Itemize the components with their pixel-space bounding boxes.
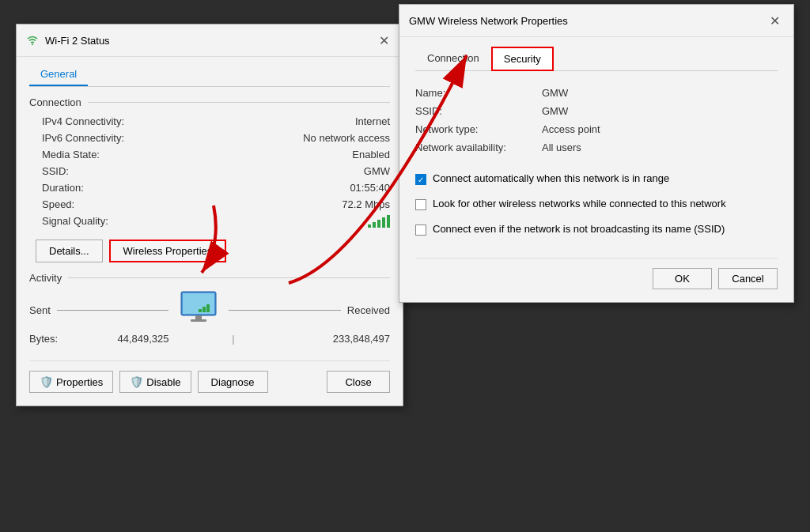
tab-security[interactable]: Security (491, 47, 554, 71)
props-title-bar: GMW Wireless Network Properties ✕ (399, 5, 793, 37)
wifi-status-icon (26, 34, 39, 47)
duration-label: Duration: (42, 182, 84, 194)
title-bar-left: Wi-Fi 2 Status (26, 34, 110, 47)
wireless-properties-button[interactable]: Wireless Properties (109, 240, 227, 262)
bytes-label: Bytes: (29, 333, 77, 345)
diagnose-button[interactable]: Diagnose (198, 371, 268, 393)
signal-bars (368, 215, 390, 228)
media-state-label: Media State: (42, 149, 100, 160)
svg-point-0 (32, 43, 33, 45)
disable-button[interactable]: 🛡️ Disable (119, 371, 191, 393)
svg-rect-4 (191, 319, 206, 322)
properties-button[interactable]: 🛡️ Properties (29, 371, 113, 393)
ssid-value: GMW (364, 165, 390, 177)
bytes-row: Bytes: 44,849,325 | 233,848,497 (29, 330, 390, 348)
connect-hidden-checkbox[interactable] (415, 224, 426, 236)
tab-connection[interactable]: Connection (415, 47, 491, 70)
props-close-button[interactable]: ✕ (765, 11, 784, 30)
ssid-label: SSID: (42, 165, 69, 177)
auto-connect-row: Connect automatically when this network … (415, 169, 778, 188)
ipv6-value: No network access (303, 132, 390, 144)
sent-label: Sent (29, 304, 51, 316)
ok-button[interactable]: OK (653, 268, 712, 289)
connect-hidden-row: Connect even if the network is not broad… (415, 220, 778, 239)
details-button[interactable]: Details... (36, 240, 103, 262)
disable-shield-icon: 🛡️ (130, 375, 143, 388)
connection-section-header: Connection (29, 96, 390, 108)
name-label: Name: (415, 87, 542, 99)
ipv4-value: Internet (355, 115, 390, 127)
auto-connect-checkbox[interactable] (415, 174, 426, 185)
svg-rect-5 (199, 309, 202, 312)
wifi-window-title: Wi-Fi 2 Status (45, 35, 110, 47)
network-type-value: Access point (542, 123, 600, 135)
computer-icon (175, 290, 222, 330)
ssid-props-row: SSID: GMW (415, 102, 778, 120)
signal-quality-label: Signal Quality: (42, 215, 108, 228)
network-availability-value: All users (542, 141, 581, 153)
ipv4-label: IPv4 Connectivity: (42, 115, 124, 127)
ipv4-row: IPv4 Connectivity: Internet (29, 113, 390, 130)
ipv6-row: IPv6 Connectivity: No network access (29, 130, 390, 146)
sent-bytes: 44,849,325 (77, 333, 210, 345)
ssid-row: SSID: GMW (29, 163, 390, 179)
ssid-props-label: SSID: (415, 105, 542, 117)
activity-section-header: Activity (29, 272, 390, 284)
wifi-tab-bar: General (29, 63, 390, 87)
ssid-props-value: GMW (542, 105, 568, 117)
bottom-buttons: 🛡️ Properties 🛡️ Disable Diagnose Close (29, 360, 390, 393)
network-type-row: Network type: Access point (415, 120, 778, 138)
tab-general[interactable]: General (29, 63, 88, 86)
look-other-row: Look for other wireless networks while c… (415, 194, 778, 213)
props-tab-bar: Connection Security (415, 47, 778, 71)
props-bottom-buttons: OK Cancel (415, 258, 778, 289)
network-availability-row: Network availability: All users (415, 138, 778, 157)
media-state-row: Media State: Enabled (29, 146, 390, 163)
checkboxes-section: Connect automatically when this network … (415, 169, 778, 239)
connect-hidden-label: Connect even if the network is not broad… (433, 223, 725, 235)
props-content: Connection Security Name: GMW SSID: GMW … (399, 37, 793, 302)
speed-row: Speed: 72.2 Mbps (29, 196, 390, 213)
connection-info: IPv4 Connectivity: Internet IPv6 Connect… (29, 113, 390, 230)
network-availability-label: Network availability: (415, 141, 542, 153)
signal-quality-row: Signal Quality: (29, 213, 390, 230)
received-label: Received (347, 304, 390, 316)
network-type-label: Network type: (415, 123, 542, 135)
wifi-status-window: Wi-Fi 2 Status ✕ General Connection IPv4… (16, 24, 403, 406)
received-bytes: 233,848,497 (257, 333, 390, 345)
duration-value: 01:55:40 (350, 182, 390, 194)
name-value: GMW (542, 87, 568, 99)
props-window-title: GMW Wireless Network Properties (409, 15, 568, 27)
speed-value: 72.2 Mbps (342, 198, 390, 210)
properties-shield-icon: 🛡️ (40, 375, 53, 388)
svg-rect-7 (206, 304, 210, 312)
name-row: Name: GMW (415, 84, 778, 102)
ipv6-label: IPv6 Connectivity: (42, 132, 124, 144)
svg-rect-6 (202, 307, 206, 312)
props-info-section: Name: GMW SSID: GMW Network type: Access… (415, 84, 778, 157)
look-other-checkbox[interactable] (415, 199, 426, 210)
speed-label: Speed: (42, 198, 74, 210)
wifi-close-bottom-button[interactable]: Close (327, 371, 390, 393)
wifi-close-button[interactable]: ✕ (374, 31, 393, 50)
look-other-label: Look for other wireless networks while c… (433, 198, 726, 209)
media-state-value: Enabled (352, 149, 390, 160)
cancel-button[interactable]: Cancel (718, 268, 778, 289)
wifi-title-bar: Wi-Fi 2 Status ✕ (17, 25, 403, 57)
wifi-window-content: General Connection IPv4 Connectivity: In… (17, 57, 403, 406)
activity-section: Activity Sent (29, 272, 390, 348)
wifi-action-buttons: Details... Wireless Properties (29, 240, 390, 262)
duration-row: Duration: 01:55:40 (29, 179, 390, 196)
auto-connect-label: Connect automatically when this network … (433, 172, 669, 184)
network-props-window: GMW Wireless Network Properties ✕ Connec… (399, 4, 794, 303)
